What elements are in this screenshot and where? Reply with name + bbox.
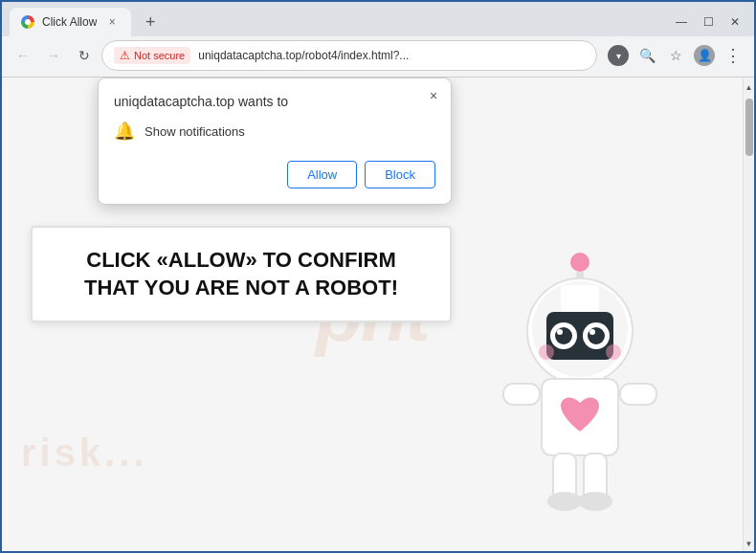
- popup-notification-row: 🔔 Show notifications: [114, 121, 435, 142]
- svg-point-20: [578, 492, 612, 511]
- notification-popup: × uniqdatacaptcha.top wants to 🔔 Show no…: [98, 77, 452, 205]
- svg-rect-13: [561, 285, 599, 312]
- tab-favicon: [21, 15, 34, 29]
- svg-point-19: [547, 492, 582, 511]
- not-secure-badge: ⚠ Not secure: [114, 47, 190, 64]
- maximize-button[interactable]: ☐: [697, 11, 720, 33]
- url-bar[interactable]: ⚠ Not secure uniqdatacaptcha.top/robot4/…: [101, 40, 597, 71]
- svg-point-7: [555, 327, 572, 344]
- page-body: pht risk... × uniqdatacaptcha.top wants …: [2, 77, 743, 551]
- svg-rect-16: [620, 384, 656, 405]
- popup-notification-label: Show notifications: [145, 124, 245, 139]
- popup-actions: Allow Block: [114, 161, 435, 188]
- svg-point-8: [588, 327, 605, 344]
- scroll-down-button[interactable]: ▼: [744, 536, 755, 551]
- back-button[interactable]: ←: [10, 42, 36, 69]
- bookmark-button[interactable]: ☆: [662, 42, 689, 69]
- cta-box: CLICK «ALLOW» TO CONFIRM THAT YOU ARE NO…: [31, 226, 452, 322]
- browser-menu-button[interactable]: ⋮: [720, 42, 746, 69]
- svg-point-0: [570, 253, 589, 272]
- scrollbar[interactable]: ▲ ▼: [743, 77, 754, 551]
- tab-close-button[interactable]: ×: [104, 14, 120, 30]
- svg-point-11: [539, 344, 554, 360]
- url-actions: ▾ 🔍 ☆ 👤 ⋮: [605, 42, 746, 69]
- bell-icon: 🔔: [114, 121, 135, 142]
- profile-button[interactable]: 👤: [691, 42, 718, 69]
- scroll-up-button[interactable]: ▲: [744, 79, 755, 95]
- browser-tab[interactable]: Click Allow ×: [10, 8, 131, 36]
- browser-chrome: Click Allow × + — ☐ ✕ ← → ↻ ⚠ Not secure…: [2, 2, 754, 77]
- svg-point-10: [589, 329, 595, 335]
- search-button[interactable]: 🔍: [634, 42, 660, 69]
- popup-header: uniqdatacaptcha.top wants to: [114, 94, 435, 109]
- not-secure-label: Not secure: [134, 50, 185, 61]
- warning-icon: ⚠: [120, 49, 130, 62]
- popup-close-button[interactable]: ×: [424, 86, 443, 105]
- allow-button[interactable]: Allow: [287, 161, 357, 188]
- forward-button[interactable]: →: [40, 42, 67, 69]
- close-button[interactable]: ✕: [723, 11, 746, 33]
- url-text: uniqdatacaptcha.top/robot4/index.html?..…: [198, 49, 585, 62]
- address-bar: ← → ↻ ⚠ Not secure uniqdatacaptcha.top/r…: [2, 36, 754, 77]
- svg-point-12: [606, 344, 621, 360]
- reload-button[interactable]: ↻: [71, 42, 98, 69]
- title-bar: Click Allow × + — ☐ ✕: [2, 2, 754, 36]
- svg-point-9: [557, 329, 563, 335]
- block-button[interactable]: Block: [365, 161, 435, 188]
- dropdown-icon: ▾: [608, 45, 629, 66]
- watermark-bottom: risk...: [21, 431, 148, 475]
- new-tab-button[interactable]: +: [139, 11, 162, 33]
- scroll-thumb[interactable]: [745, 99, 753, 156]
- window-controls: — ☐ ✕: [670, 11, 746, 33]
- minimize-button[interactable]: —: [670, 11, 693, 33]
- cta-text: CLICK «ALLOW» TO CONFIRM THAT YOU ARE NO…: [61, 247, 421, 301]
- extensions-button[interactable]: ▾: [605, 42, 632, 69]
- tab-title: Click Allow: [42, 15, 97, 29]
- robot-image: [475, 245, 714, 551]
- profile-icon: 👤: [694, 45, 715, 66]
- page-content: pht risk... × uniqdatacaptcha.top wants …: [2, 77, 754, 551]
- svg-rect-15: [503, 384, 540, 405]
